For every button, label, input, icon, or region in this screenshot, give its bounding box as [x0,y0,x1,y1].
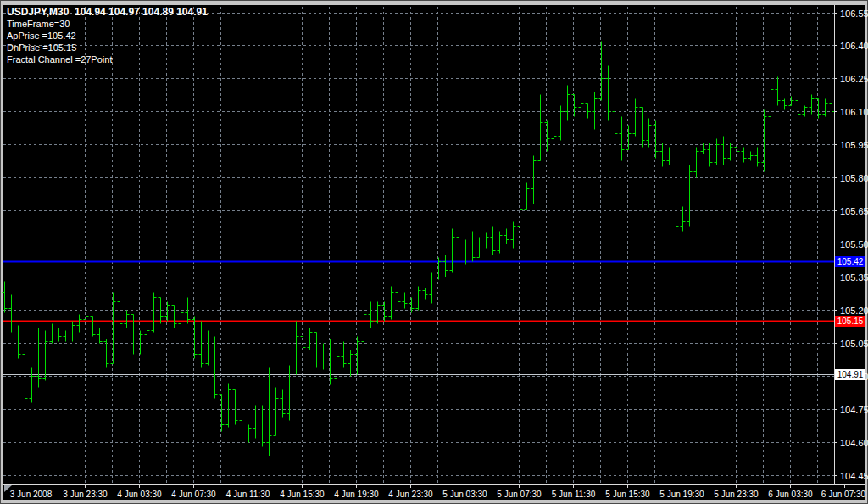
time-axis-label[interactable]: 4 Jun 15:30 [280,490,325,499]
price-axis-label[interactable]: 106.55 [840,8,868,19]
indicator-line-timeframe: TimeFrame=30 [7,19,70,29]
price-axis-label[interactable]: 104.60 [840,438,868,448]
time-axis-label[interactable]: 4 Jun 07:30 [171,490,216,499]
price-axis-label[interactable]: 105.35 [840,272,868,283]
chart-background [0,0,868,504]
time-axis-label[interactable]: 3 Jun 23:30 [63,490,108,499]
price-axis-label[interactable]: 106.10 [840,107,868,117]
current-price-marker: 104.91 [835,369,865,380]
time-axis-label[interactable]: 5 Jun 03:30 [442,490,487,499]
time-axis-label[interactable]: 4 Jun 23:30 [388,490,433,499]
time-axis-label[interactable]: 4 Jun 03:30 [117,490,162,499]
time-axis-label[interactable]: 5 Jun 07:30 [497,490,542,499]
price-axis-label[interactable]: 105.05 [840,339,868,349]
time-axis-label[interactable]: 6 Jun 07:30 [821,490,866,499]
time-axis-label[interactable]: 6 Jun 03:30 [768,490,813,499]
indicator-line-fractal-channel: Fractal Channel =27Point [7,54,112,64]
price-axis-label[interactable]: 106.25 [840,74,868,84]
time-axis-label[interactable]: 5 Jun 19:30 [659,490,704,499]
price-axis-label[interactable]: 105.80 [840,173,868,183]
time-axis-label[interactable]: 5 Jun 11:30 [552,490,596,499]
apprise-price-marker: 105.42 [835,256,865,267]
indicator-line-dnprise: DnPrise =105.15 [7,42,76,53]
price-axis-label[interactable]: 105.50 [840,239,868,249]
price-axis-label[interactable]: 105.20 [840,305,868,316]
dnprise-price-marker: 105.15 [835,316,865,327]
price-axis-label[interactable]: 106.40 [840,41,868,51]
price-axis-label[interactable]: 104.45 [840,471,868,481]
indicator-line-apprise: ApPrise =105.42 [7,31,76,41]
price-axis-label[interactable]: 105.95 [840,140,868,150]
time-axis-label[interactable]: 4 Jun 11:30 [226,490,270,499]
price-axis-label[interactable]: 104.75 [840,405,868,415]
time-axis-label[interactable]: 4 Jun 19:30 [334,490,379,499]
time-axis-label[interactable]: 5 Jun 23:30 [714,490,759,499]
time-axis-label[interactable]: 3 Jun 2008 [10,490,53,499]
time-axis-label[interactable]: 5 Jun 15:30 [605,490,650,499]
price-chart-canvas[interactable]: 106.55106.40106.25106.10105.95105.80105.… [0,0,868,504]
chart-title: USDJPY,M30 104.94 104.97 104.89 104.91 [7,6,208,18]
price-axis-label[interactable]: 105.65 [840,206,868,216]
chart-window: 106.55106.40106.25106.10105.95105.80105.… [0,0,868,504]
